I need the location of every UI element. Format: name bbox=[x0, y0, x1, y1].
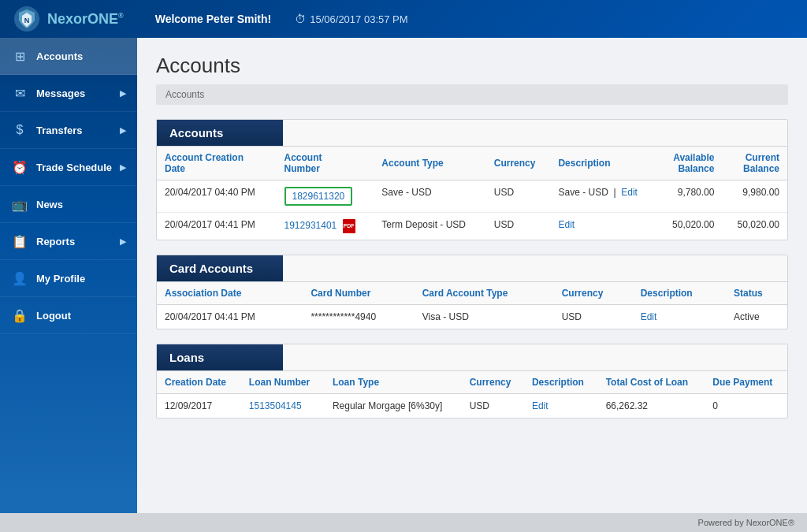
col-account-number: AccountNumber bbox=[277, 147, 374, 180]
col-currency: Currency bbox=[462, 371, 524, 394]
transfers-icon: $ bbox=[11, 121, 28, 139]
header-welcome: Welcome Peter Smith! bbox=[155, 13, 272, 25]
sidebar-item-label: News bbox=[36, 199, 126, 210]
loans-header-row: Creation Date Loan Number Loan Type Curr… bbox=[157, 371, 787, 394]
sidebar-item-label: Messages bbox=[36, 87, 120, 99]
messages-icon: ✉ bbox=[11, 84, 28, 102]
sidebar-item-news[interactable]: 📺 News bbox=[0, 186, 137, 223]
expand-arrow-icon: ▶ bbox=[120, 88, 126, 99]
account-type-cell: Term Deposit - USD bbox=[374, 213, 485, 240]
account-number-cell: 1912931401 PDF bbox=[277, 213, 374, 240]
content-area: Accounts Accounts Accounts Account Creat… bbox=[137, 38, 807, 513]
description-cell: Edit bbox=[524, 394, 598, 419]
svg-text:N: N bbox=[24, 17, 30, 24]
current-balance-cell: 50,020.00 bbox=[722, 213, 787, 240]
sidebar-item-messages[interactable]: ✉ Messages ▶ bbox=[0, 75, 137, 112]
sidebar-item-label: Reports bbox=[36, 236, 120, 247]
page-title: Accounts bbox=[156, 54, 788, 78]
sidebar-item-reports[interactable]: 📋 Reports ▶ bbox=[0, 223, 137, 260]
card-number-cell: ************4940 bbox=[303, 305, 414, 329]
col-current-balance: CurrentBalance bbox=[722, 147, 787, 180]
loan-type-cell: Regular Morgage [6%30y] bbox=[325, 394, 462, 419]
col-description: Description bbox=[633, 282, 726, 305]
main-layout: ⊞ Accounts ✉ Messages ▶ $ Transfers ▶ ⏰ … bbox=[0, 38, 807, 513]
account-number-cell: 1829611320 bbox=[277, 180, 374, 213]
expand-arrow-icon: ▶ bbox=[120, 236, 126, 247]
loans-section-header: Loans bbox=[157, 344, 283, 370]
header-time: ⏱ 15/06/2017 03:57 PM bbox=[295, 13, 407, 25]
card-accounts-section-header-row: Card Accounts bbox=[157, 255, 787, 282]
col-account-type: Account Type bbox=[374, 147, 485, 180]
sidebar-item-label: Accounts bbox=[36, 50, 126, 62]
loan-number-cell: 1513504145 bbox=[241, 394, 325, 419]
available-balance-cell: 50,020.00 bbox=[657, 213, 723, 240]
card-description-edit-link[interactable]: Edit bbox=[641, 311, 657, 322]
current-balance-cell: 9,980.00 bbox=[722, 180, 787, 213]
status-cell: Active bbox=[726, 305, 787, 329]
sidebar-item-transfers[interactable]: $ Transfers ▶ bbox=[0, 112, 137, 149]
col-association-date: Association Date bbox=[157, 282, 303, 305]
description-edit-link[interactable]: Edit bbox=[558, 219, 575, 230]
table-row: 20/04/2017 04:41 PM 1912931401 PDF Term … bbox=[157, 213, 787, 240]
currency-cell: USD bbox=[554, 305, 633, 329]
highlighted-account-number[interactable]: 1829611320 bbox=[284, 187, 353, 206]
col-loan-type: Loan Type bbox=[325, 371, 462, 394]
sidebar-item-label: Transfers bbox=[36, 125, 120, 136]
description-edit-link[interactable]: Edit bbox=[621, 187, 638, 198]
sidebar-item-label: Trade Schedule bbox=[36, 162, 120, 173]
available-balance-cell: 9,780.00 bbox=[657, 180, 723, 213]
sidebar-item-trade-schedule[interactable]: ⏰ Trade Schedule ▶ bbox=[0, 149, 137, 186]
sidebar: ⊞ Accounts ✉ Messages ▶ $ Transfers ▶ ⏰ … bbox=[0, 38, 137, 513]
col-currency: Currency bbox=[486, 147, 551, 180]
card-account-type-cell: Visa - USD bbox=[415, 305, 554, 329]
col-currency: Currency bbox=[554, 282, 633, 305]
col-total-cost: Total Cost of Loan bbox=[598, 371, 705, 394]
expand-arrow-icon: ▶ bbox=[120, 125, 126, 136]
top-header: N NexorONE® Welcome Peter Smith! ⏱ 15/06… bbox=[0, 0, 807, 38]
account-number-link[interactable]: 1912931401 bbox=[284, 220, 337, 231]
col-creation-date: Creation Date bbox=[157, 371, 241, 394]
col-card-account-type: Card Account Type bbox=[415, 282, 554, 305]
account-number-link[interactable]: 1829611320 bbox=[292, 191, 345, 202]
col-due-payment: Due Payment bbox=[705, 371, 787, 394]
creation-date-cell: 20/04/2017 04:40 PM bbox=[157, 180, 277, 213]
loans-table: Creation Date Loan Number Loan Type Curr… bbox=[157, 371, 787, 418]
table-row: 20/04/2017 04:41 PM ************4940 Vis… bbox=[157, 305, 787, 329]
sidebar-item-label: My Profile bbox=[36, 273, 126, 285]
sidebar-item-my-profile[interactable]: 👤 My Profile bbox=[0, 260, 137, 297]
breadcrumb: Accounts bbox=[156, 84, 788, 105]
card-accounts-section-header: Card Accounts bbox=[157, 255, 283, 281]
col-status: Status bbox=[726, 282, 787, 305]
loan-number-link[interactable]: 1513504145 bbox=[249, 400, 302, 411]
col-available-balance: AvailableBalance bbox=[657, 147, 723, 180]
logo-icon: N bbox=[13, 5, 41, 33]
expand-arrow-icon: ▶ bbox=[120, 162, 126, 173]
currency-cell: USD bbox=[486, 213, 551, 240]
sidebar-item-label: Logout bbox=[36, 310, 126, 322]
col-loan-number: Loan Number bbox=[241, 371, 325, 394]
loans-section: Loans Creation Date Loan Number Loan Typ… bbox=[156, 344, 788, 419]
accounts-section-header-row: Accounts bbox=[157, 120, 787, 147]
creation-date-cell: 12/09/2017 bbox=[157, 394, 241, 419]
creation-date-cell: 20/04/2017 04:41 PM bbox=[157, 213, 277, 240]
accounts-section-header: Accounts bbox=[157, 120, 283, 146]
col-creation-date: Account CreationDate bbox=[157, 147, 277, 180]
table-row: 20/04/2017 04:40 PM 1829611320 Save - US… bbox=[157, 180, 787, 213]
reports-icon: 📋 bbox=[11, 233, 28, 250]
footer-text: Powered by NexorONE® bbox=[698, 518, 794, 527]
col-description: Description bbox=[524, 371, 598, 394]
sidebar-item-accounts[interactable]: ⊞ Accounts bbox=[0, 38, 137, 75]
accounts-section: Accounts Account CreationDate AccountNum… bbox=[156, 119, 788, 240]
loan-description-edit-link[interactable]: Edit bbox=[532, 400, 549, 411]
table-row: 12/09/2017 1513504145 Regular Morgage [6… bbox=[157, 394, 787, 419]
pdf-icon[interactable]: PDF bbox=[343, 219, 355, 233]
accounts-table: Account CreationDate AccountNumber Accou… bbox=[157, 147, 787, 240]
col-card-number: Card Number bbox=[303, 282, 414, 305]
sidebar-item-logout[interactable]: 🔒 Logout bbox=[0, 297, 137, 334]
account-type-cell: Save - USD bbox=[374, 180, 485, 213]
description-cell: Edit bbox=[550, 213, 656, 240]
footer: Powered by NexorONE® bbox=[0, 513, 807, 532]
news-icon: 📺 bbox=[11, 195, 28, 213]
clock-icon: ⏱ bbox=[295, 13, 306, 25]
accounts-table-header-row: Account CreationDate AccountNumber Accou… bbox=[157, 147, 787, 180]
